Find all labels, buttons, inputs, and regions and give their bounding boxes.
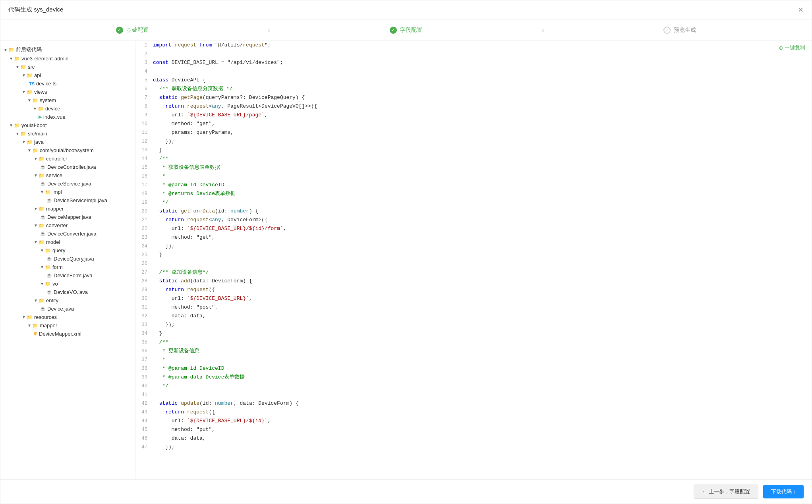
close-button[interactable]: ✕ xyxy=(798,6,804,14)
tree-model[interactable]: ▼ 📁 model xyxy=(0,238,135,246)
line-content: } xyxy=(151,146,812,154)
tree-device-query[interactable]: ☕ DeviceQuery.java xyxy=(0,255,135,263)
line-row: 14 /** xyxy=(135,154,812,163)
tree-mapper-xml-folder[interactable]: ▼ 📁 mapper xyxy=(0,321,135,330)
modal-title: 代码生成 sys_device xyxy=(8,6,63,14)
line-number: 19 xyxy=(135,198,151,207)
tree-vue3-admin[interactable]: ▼ 📁 vue3-element-admin xyxy=(0,54,135,63)
tree-device-vo[interactable]: ☕ DeviceVO.java xyxy=(0,288,135,296)
tree-device-service-label: DeviceService.java xyxy=(47,181,91,187)
step-preview-label: 预览生成 xyxy=(674,27,696,34)
tree-vo[interactable]: ▼ 📁 vo xyxy=(0,280,135,288)
prev-button[interactable]: ← 上一步，字段配置 xyxy=(694,485,758,499)
line-row: 6 /** 获取设备信息分页数据 */ xyxy=(135,85,812,93)
line-content: data: data, xyxy=(151,312,812,321)
folder-impl-icon: 📁 xyxy=(45,189,51,195)
tree-root[interactable]: ▼ 📁 前后端代码 xyxy=(0,45,135,54)
tree-vue3-label: vue3-element-admin xyxy=(21,56,69,62)
tree-api[interactable]: ▼ 📁 api xyxy=(0,71,135,79)
line-row: 36 * 更新设备信息 xyxy=(135,347,812,355)
tree-youlai-boot[interactable]: ▼ 📁 youlai-boot xyxy=(0,121,135,129)
tree-device-mapper-xml[interactable]: ⊞ DeviceMapper.xml xyxy=(0,330,135,338)
tree-views-label: views xyxy=(34,89,47,95)
line-row: 18 * @returns Device表单数据 xyxy=(135,189,812,198)
tree-device-converter-label: DeviceConverter.java xyxy=(47,231,97,237)
tree-java[interactable]: ▼ 📁 java xyxy=(0,138,135,146)
line-content: url: `${DEVICE_BASE_URL}`, xyxy=(151,294,812,303)
tree-device-folder[interactable]: ▼ 📁 device xyxy=(0,104,135,113)
line-content: static update(id: number, data: DeviceFo… xyxy=(151,399,812,408)
line-row: 12 }); xyxy=(135,137,812,146)
tree-query[interactable]: ▼ 📁 query xyxy=(0,246,135,255)
tree-device-ts[interactable]: TS device.ts xyxy=(0,79,135,88)
download-button[interactable]: 下载代码 ↓ xyxy=(763,485,804,498)
modal-container: 代码生成 sys_device ✕ ✓ 基础配置 › ✓ 字段配置 › ○ 预览… xyxy=(0,0,812,504)
tree-index-vue[interactable]: ▶ index.vue xyxy=(0,113,135,121)
line-number: 3 xyxy=(135,58,151,67)
tree-converter[interactable]: ▼ 📁 converter xyxy=(0,221,135,230)
tree-device-java[interactable]: ☕ Device.java xyxy=(0,305,135,313)
line-row: 47 }); xyxy=(135,443,812,452)
line-number: 4 xyxy=(135,67,151,76)
step-separator-2: › xyxy=(542,26,544,34)
line-content: * @param data Device表单数据 xyxy=(151,373,812,382)
folder-model-icon: 📁 xyxy=(39,239,44,245)
line-content: }); xyxy=(151,443,812,452)
tree-src-main[interactable]: ▼ 📁 src/main xyxy=(0,129,135,138)
line-number: 42 xyxy=(135,399,151,408)
tree-impl[interactable]: ▼ 📁 impl xyxy=(0,188,135,196)
line-number: 41 xyxy=(135,390,151,399)
line-content: */ xyxy=(151,198,812,207)
folder-service-icon: 📁 xyxy=(39,173,44,178)
line-content: static add(data: DeviceForm) { xyxy=(151,277,812,286)
tree-resources[interactable]: ▼ 📁 resources xyxy=(0,313,135,321)
line-content: /** xyxy=(151,154,812,163)
file-tree[interactable]: ▼ 📁 前后端代码 ▼ 📁 vue3-element-admin ▼ 📁 src… xyxy=(0,41,135,479)
line-number: 7 xyxy=(135,93,151,102)
folder-vue3-icon: 📁 xyxy=(14,56,20,62)
tree-java-label: java xyxy=(34,139,44,145)
line-content: class DeviceAPI { xyxy=(151,76,812,85)
line-number: 29 xyxy=(135,286,151,294)
tree-device-service-impl-label: DeviceServiceImpl.java xyxy=(54,197,107,203)
folder-controller-icon: 📁 xyxy=(39,156,44,162)
line-number: 37 xyxy=(135,355,151,364)
footer: ← 上一步，字段配置 下载代码 ↓ xyxy=(0,479,812,504)
tree-device-mapper-java[interactable]: ☕ DeviceMapper.java xyxy=(0,213,135,221)
tree-system[interactable]: ▼ 📁 system xyxy=(0,96,135,104)
line-number: 45 xyxy=(135,425,151,434)
line-content xyxy=(151,259,812,268)
tree-device-converter[interactable]: ☕ DeviceConverter.java xyxy=(0,230,135,238)
tree-form[interactable]: ▼ 📁 form xyxy=(0,263,135,271)
file-java-icon-2: ☕ xyxy=(40,181,46,186)
tree-mapper-java[interactable]: ▼ 📁 mapper xyxy=(0,205,135,213)
line-number: 16 xyxy=(135,172,151,181)
tree-device-form[interactable]: ☕ DeviceForm.java xyxy=(0,271,135,280)
line-row: 30 url: `${DEVICE_BASE_URL}`, xyxy=(135,294,812,303)
tree-device-controller[interactable]: ☕ DeviceController.java xyxy=(0,163,135,171)
tree-src-1[interactable]: ▼ 📁 src xyxy=(0,63,135,71)
line-number: 14 xyxy=(135,154,151,163)
copy-button[interactable]: ⊕ 一键复制 xyxy=(779,44,805,51)
tree-device-service-impl[interactable]: ☕ DeviceServiceImpl.java xyxy=(0,196,135,205)
tree-views[interactable]: ▼ 📁 views xyxy=(0,88,135,96)
line-row: 10 method: "get", xyxy=(135,120,812,128)
code-editor[interactable]: ⊕ 一键复制 1import request from "@/utils/req… xyxy=(135,41,812,479)
tree-device-service[interactable]: ☕ DeviceService.java xyxy=(0,180,135,188)
line-content: }); xyxy=(151,321,812,329)
tree-com-path[interactable]: ▼ 📁 com/youlai/boot/system xyxy=(0,146,135,154)
line-content: static getFormData(id: number) { xyxy=(151,207,812,216)
tree-service[interactable]: ▼ 📁 service xyxy=(0,171,135,180)
tree-index-vue-label: index.vue xyxy=(43,114,66,120)
tree-com-path-label: com/youlai/boot/system xyxy=(40,147,94,153)
copy-label: 一键复制 xyxy=(785,44,805,51)
line-row: 33 }); xyxy=(135,321,812,329)
line-content: params: queryParams, xyxy=(151,128,812,137)
tree-controller[interactable]: ▼ 📁 controller xyxy=(0,154,135,163)
tree-entity[interactable]: ▼ 📁 entity xyxy=(0,296,135,305)
file-vue-icon: ▶ xyxy=(39,114,42,120)
file-java-icon-8: ☕ xyxy=(46,290,52,295)
line-row: 34 } xyxy=(135,329,812,338)
line-number: 26 xyxy=(135,259,151,268)
line-row: 19 */ xyxy=(135,198,812,207)
